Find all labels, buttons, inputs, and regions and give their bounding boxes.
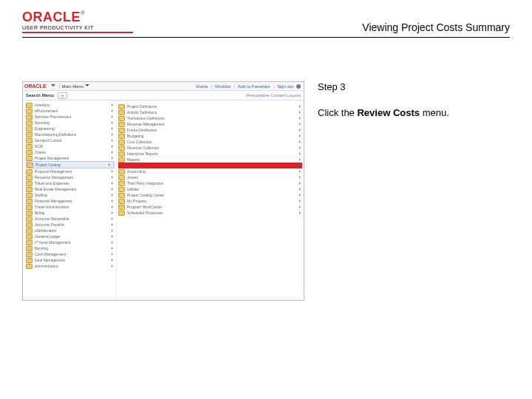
tree-label: Real Estate Management	[35, 187, 76, 191]
tree-item[interactable]: Financial Management	[26, 198, 115, 204]
tree-item[interactable]: General Ledger	[26, 233, 115, 239]
submenu-label: Scheduled Processes	[127, 211, 163, 215]
link-home[interactable]: Home	[196, 84, 208, 89]
folder-icon	[26, 126, 33, 132]
submenu-item[interactable]: Revenue Collection	[118, 145, 302, 151]
folder-icon	[26, 120, 33, 126]
chevron-right-icon	[112, 109, 115, 112]
tree-label: Banking	[35, 246, 48, 250]
tree-item[interactable]: Resource Management	[26, 174, 115, 180]
chevron-right-icon	[112, 151, 115, 154]
submenu-item[interactable]: Project Definitions	[118, 103, 302, 109]
tree-item[interactable]: Travel Administration	[26, 204, 115, 210]
tree-item[interactable]: Project Management	[26, 155, 115, 161]
submenu-item[interactable]: Budgeting	[118, 133, 302, 139]
submenu-item[interactable]: Transaction Definitions	[118, 115, 302, 121]
tree-item[interactable]: Real Estate Management	[26, 186, 115, 192]
folder-icon	[26, 115, 33, 120]
submenu-item[interactable]: Activity Definitions	[118, 109, 302, 115]
submenu-label: Third Party Integration	[127, 181, 163, 185]
tree-item[interactable]: Engineering	[26, 126, 115, 132]
tree-item[interactable]: Project Costing	[26, 161, 115, 168]
submenu-item[interactable]: Assets	[118, 174, 302, 180]
folder-icon	[26, 258, 33, 263]
screenshot-frame: ORACLE Main Menu Home| Worklist| Add to …	[22, 81, 304, 301]
tree-item[interactable]: Administration	[26, 263, 115, 269]
tree-item[interactable]: Banking	[26, 245, 115, 251]
chevron-right-icon	[299, 146, 302, 149]
breadcrumb[interactable]: Personalize Content Layout	[246, 93, 301, 98]
submenu-item[interactable]: Cost Collection	[118, 139, 302, 145]
link-signout[interactable]: Sign out	[277, 84, 293, 89]
tree-item[interactable]: eProcurement	[26, 108, 115, 114]
tree-item[interactable]: Accounts Receivable	[26, 216, 115, 222]
tree-item[interactable]: Manufacturing Definitions	[26, 132, 115, 137]
submenu-item[interactable]: Funds Distribution	[118, 127, 302, 133]
tree-item[interactable]: Services Procurement	[26, 114, 115, 120]
instruction-post: menu.	[420, 107, 449, 118]
chevron-right-icon	[299, 194, 302, 197]
tree-item[interactable]: Cash Management	[26, 251, 115, 257]
tree-item[interactable]: Billing	[26, 210, 115, 216]
tree-item[interactable]: Deal Management	[26, 257, 115, 263]
caret-icon[interactable]	[51, 84, 55, 89]
chevron-right-icon	[112, 115, 115, 118]
submenu-label: Project Definitions	[127, 104, 157, 109]
submenu-item[interactable]: My Projects	[118, 198, 302, 204]
tree-item[interactable]: Accounts Payable	[26, 222, 115, 228]
chevron-right-icon	[299, 111, 302, 114]
main-menu-label[interactable]: Main Menu	[62, 84, 84, 89]
tree-item[interactable]: Sourcing	[26, 120, 115, 126]
tree-item[interactable]: Inventory	[26, 102, 115, 108]
topbar-right: Home| Worklist| Add to Favorites| Sign o…	[196, 84, 304, 89]
help-icon[interactable]	[296, 84, 301, 89]
submenu-item[interactable]: Third Party Integration	[118, 180, 302, 186]
submenu-item[interactable]: Program WorkCenter	[118, 204, 302, 210]
tree-item[interactable]: eSettlements	[26, 228, 115, 233]
submenu-item[interactable]: Revenue Management	[118, 121, 302, 127]
folder-icon	[26, 156, 33, 161]
submenu-item[interactable]: Interactive Reports	[118, 151, 302, 157]
tree-label: Deal Management	[35, 258, 65, 262]
chevron-right-icon	[299, 117, 302, 120]
refresh-icon[interactable]: ⟳	[58, 92, 67, 99]
review-costs-menu[interactable]: Review Costs	[118, 163, 302, 168]
app-body: InventoryeProcurementServices Procuremen…	[23, 100, 304, 300]
tree-label: Billing	[35, 211, 44, 215]
tree-label: eProcurement	[35, 109, 58, 113]
folder-icon	[118, 187, 125, 192]
tree-label: Resource Management	[35, 175, 73, 180]
submenu-item[interactable]: Utilities	[118, 186, 302, 192]
tree-item[interactable]: Demand Control	[26, 137, 115, 143]
folder-icon	[26, 144, 33, 149]
link-favorites[interactable]: Add to Favorites	[238, 84, 270, 89]
chevron-right-icon	[112, 259, 115, 262]
tree-item[interactable]: Grants	[26, 149, 115, 155]
tree-item[interactable]: Staffing	[26, 192, 115, 198]
tree-item[interactable]: Travel and Expenses	[26, 180, 115, 186]
chevron-right-icon	[109, 163, 112, 166]
chevron-right-icon	[299, 200, 302, 202]
chevron-right-icon	[112, 157, 115, 160]
tree-label: Grants	[35, 150, 46, 154]
submenu-label: Program WorkCenter	[127, 205, 162, 209]
link-worklist[interactable]: Worklist	[215, 84, 231, 89]
folder-icon	[26, 216, 33, 222]
folder-icon	[26, 169, 33, 174]
submenu-item[interactable]: Accounting	[118, 168, 302, 174]
submenu-item[interactable]: Project Costing Center	[118, 192, 302, 198]
folder-icon	[118, 205, 125, 210]
left-nav-tree: InventoryeProcurementServices Procuremen…	[23, 100, 117, 300]
submenu-item[interactable]: Scheduled Processes	[118, 210, 302, 216]
chevron-right-icon	[112, 247, 115, 250]
tree-label: Sourcing	[35, 120, 50, 125]
folder-icon	[118, 181, 125, 186]
tree-item[interactable]: SCM	[26, 143, 115, 149]
submenu-item[interactable]: Reports	[118, 157, 302, 163]
caret-icon[interactable]	[85, 84, 89, 89]
chevron-right-icon	[112, 217, 115, 220]
folder-icon	[118, 116, 125, 121]
tree-item[interactable]: IT Asset Management	[26, 239, 115, 245]
tree-item[interactable]: Proposal Management	[26, 168, 115, 174]
tree-label: Cash Management	[35, 252, 66, 256]
